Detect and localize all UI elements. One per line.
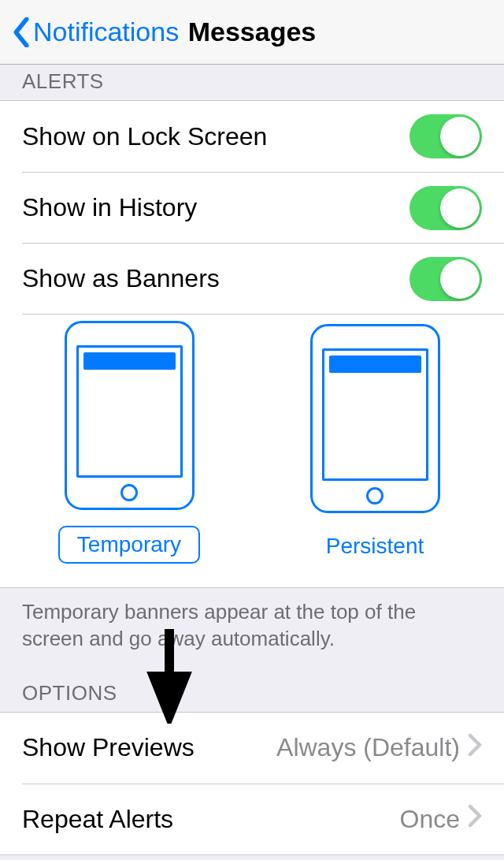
toggle-history[interactable] — [410, 186, 482, 230]
banner-style-label: Temporary — [58, 526, 200, 564]
page-title: Messages — [188, 17, 317, 47]
alerts-group: Show on Lock Screen Show in History Show… — [0, 100, 504, 588]
row-value: Always (Default) — [276, 733, 460, 762]
chevron-right-icon — [468, 733, 482, 763]
row-label: Show in History — [22, 193, 197, 222]
row-label: Show on Lock Screen — [22, 122, 267, 151]
back-label: Notifications — [33, 17, 179, 47]
nav-bar: Notifications Messages — [0, 0, 504, 65]
chevron-right-icon — [468, 804, 482, 834]
toggle-banners[interactable] — [410, 257, 482, 301]
phone-illustration-icon — [310, 324, 440, 513]
row-label: Show as Banners — [22, 264, 220, 293]
row-value: Once — [400, 805, 460, 834]
banner-style-temporary[interactable]: Temporary — [22, 321, 236, 564]
chevron-left-icon — [11, 17, 32, 47]
row-label: Show Previews — [22, 733, 195, 762]
row-banners[interactable]: Show as Banners — [22, 243, 504, 314]
phone-illustration-icon — [65, 321, 195, 510]
row-label: Repeat Alerts — [22, 805, 173, 834]
banner-style-label: Persistent — [309, 529, 442, 564]
row-lock-screen[interactable]: Show on Lock Screen — [0, 101, 504, 172]
section-footer-alerts: Temporary banners appear at the top of t… — [0, 588, 504, 676]
back-button[interactable]: Notifications — [11, 17, 179, 47]
toggle-lock-screen[interactable] — [410, 114, 482, 158]
row-history[interactable]: Show in History — [22, 172, 504, 243]
banner-style-persistent[interactable]: Persistent — [268, 324, 482, 564]
row-show-previews[interactable]: Show Previews Always (Default) — [0, 713, 504, 784]
banner-style-row: Temporary Persistent — [22, 314, 504, 587]
section-header-options: OPTIONS — [0, 676, 504, 712]
options-group: Show Previews Always (Default) Repeat Al… — [0, 712, 504, 855]
section-header-alerts: ALERTS — [0, 65, 504, 100]
row-repeat-alerts[interactable]: Repeat Alerts Once — [22, 784, 504, 854]
